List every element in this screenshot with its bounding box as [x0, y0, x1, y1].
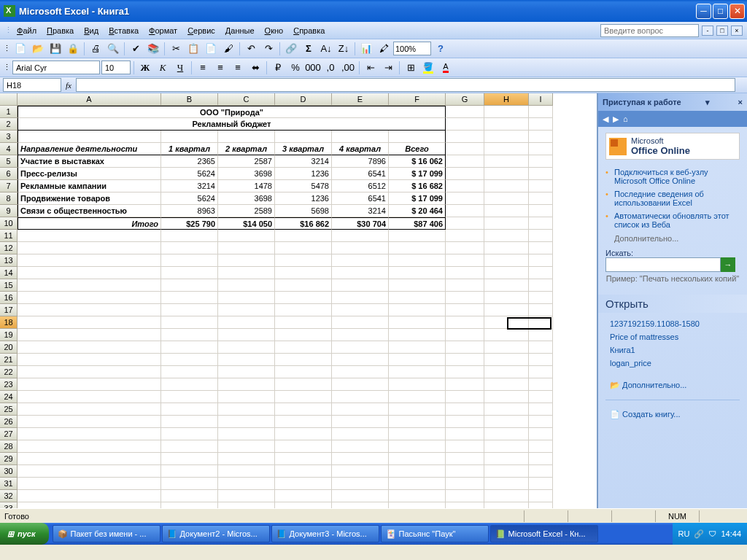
- cell[interactable]: [484, 230, 529, 242]
- research-icon[interactable]: 📚: [145, 41, 161, 57]
- cell[interactable]: [332, 416, 389, 428]
- cell[interactable]: [446, 106, 484, 118]
- italic-button[interactable]: К: [155, 60, 171, 76]
- cell[interactable]: $14 050: [218, 217, 275, 230]
- cell[interactable]: [332, 354, 389, 366]
- cell[interactable]: $ 17 099: [389, 168, 446, 180]
- cell[interactable]: [18, 478, 161, 490]
- cell[interactable]: [484, 254, 529, 267]
- cell[interactable]: [529, 131, 553, 143]
- menu-данные[interactable]: Данные: [220, 24, 260, 37]
- mdi-restore-button[interactable]: □: [716, 26, 728, 36]
- hyperlink-icon[interactable]: 🔗: [283, 41, 299, 57]
- cell[interactable]: $25 790: [161, 217, 218, 230]
- cell[interactable]: [529, 279, 553, 292]
- cell[interactable]: [484, 490, 529, 502]
- cell[interactable]: [446, 465, 484, 478]
- cell[interactable]: [484, 292, 529, 304]
- cell[interactable]: [275, 354, 332, 366]
- cell[interactable]: [161, 490, 218, 502]
- online-link[interactable]: Подключиться к веб-узлу Microsoft Office…: [605, 166, 740, 187]
- menu-файл[interactable]: Файл: [12, 24, 42, 37]
- cell[interactable]: [161, 378, 218, 391]
- cell[interactable]: [161, 316, 218, 329]
- cell[interactable]: [484, 192, 529, 205]
- cell[interactable]: [18, 453, 161, 465]
- cell[interactable]: [446, 316, 484, 329]
- font-color-icon[interactable]: A: [438, 60, 454, 76]
- cell[interactable]: [161, 254, 218, 267]
- cell[interactable]: [389, 254, 446, 267]
- align-center-icon[interactable]: ≡: [212, 60, 228, 76]
- cell[interactable]: [18, 428, 161, 440]
- cell[interactable]: [389, 316, 446, 329]
- cell[interactable]: [529, 440, 553, 453]
- cell[interactable]: [529, 378, 553, 391]
- cell[interactable]: [275, 304, 332, 316]
- cell[interactable]: [275, 478, 332, 490]
- cell[interactable]: [332, 131, 389, 143]
- row-header[interactable]: 6: [0, 168, 18, 180]
- row-header[interactable]: 21: [0, 354, 18, 366]
- taskbar-item[interactable]: 📘Документ3 - Micros...: [271, 525, 379, 542]
- start-button[interactable]: ⊞пуск: [0, 523, 49, 545]
- cell[interactable]: [446, 478, 484, 490]
- cell[interactable]: [529, 366, 553, 378]
- cell[interactable]: [161, 242, 218, 254]
- cell[interactable]: [218, 502, 275, 508]
- cell[interactable]: [161, 416, 218, 428]
- recent-file-link[interactable]: logan_price: [610, 357, 735, 370]
- cell[interactable]: [484, 354, 529, 366]
- cell[interactable]: 1478: [218, 180, 275, 192]
- create-book-link[interactable]: 📄 Создать книгу...: [610, 408, 735, 421]
- cell[interactable]: [275, 131, 332, 143]
- cell[interactable]: [446, 440, 484, 453]
- row-header[interactable]: 12: [0, 242, 18, 254]
- name-box[interactable]: [3, 78, 61, 92]
- cell[interactable]: [389, 502, 446, 508]
- formula-input[interactable]: [76, 78, 735, 92]
- cell[interactable]: [484, 217, 529, 230]
- cell[interactable]: [332, 366, 389, 378]
- borders-icon[interactable]: ⊞: [403, 60, 419, 76]
- row-header[interactable]: 29: [0, 453, 18, 465]
- cell[interactable]: [275, 366, 332, 378]
- cell[interactable]: [484, 106, 529, 118]
- cell[interactable]: [332, 403, 389, 416]
- open-icon[interactable]: 📂: [30, 41, 46, 57]
- cell[interactable]: [529, 453, 553, 465]
- online-link[interactable]: Последние сведения об использовании Exce…: [605, 187, 740, 209]
- cell[interactable]: [18, 267, 161, 279]
- cell[interactable]: [529, 230, 553, 242]
- search-go-button[interactable]: →: [721, 257, 735, 272]
- cell[interactable]: [389, 279, 446, 292]
- cell[interactable]: [332, 440, 389, 453]
- cell[interactable]: [446, 267, 484, 279]
- cell[interactable]: [389, 490, 446, 502]
- nav-fwd-icon[interactable]: ▶: [613, 114, 619, 124]
- cell[interactable]: [484, 428, 529, 440]
- cell[interactable]: [218, 230, 275, 242]
- cell[interactable]: 2 квартал: [218, 143, 275, 155]
- sort-asc-icon[interactable]: A↓: [318, 41, 334, 57]
- row-header[interactable]: 3: [0, 131, 18, 143]
- cell[interactable]: [275, 279, 332, 292]
- cell[interactable]: [484, 391, 529, 403]
- clock[interactable]: 14:44: [721, 529, 741, 538]
- cell[interactable]: [529, 502, 553, 508]
- cell[interactable]: [275, 391, 332, 403]
- cell[interactable]: [389, 292, 446, 304]
- row-header[interactable]: 32: [0, 490, 18, 502]
- copy-icon[interactable]: 📋: [185, 41, 201, 57]
- taskbar-item[interactable]: 🃏Пасьянс "Паук": [381, 525, 489, 542]
- cell[interactable]: 6512: [332, 180, 389, 192]
- cell[interactable]: [218, 478, 275, 490]
- cell[interactable]: [332, 478, 389, 490]
- cell[interactable]: [161, 341, 218, 354]
- cell[interactable]: 3214: [275, 155, 332, 168]
- cell[interactable]: 2587: [218, 155, 275, 168]
- row-header[interactable]: 19: [0, 329, 18, 341]
- inc-decimal-icon[interactable]: ,0: [322, 60, 338, 76]
- spellcheck-icon[interactable]: ✔: [128, 41, 144, 57]
- cell[interactable]: [529, 254, 553, 267]
